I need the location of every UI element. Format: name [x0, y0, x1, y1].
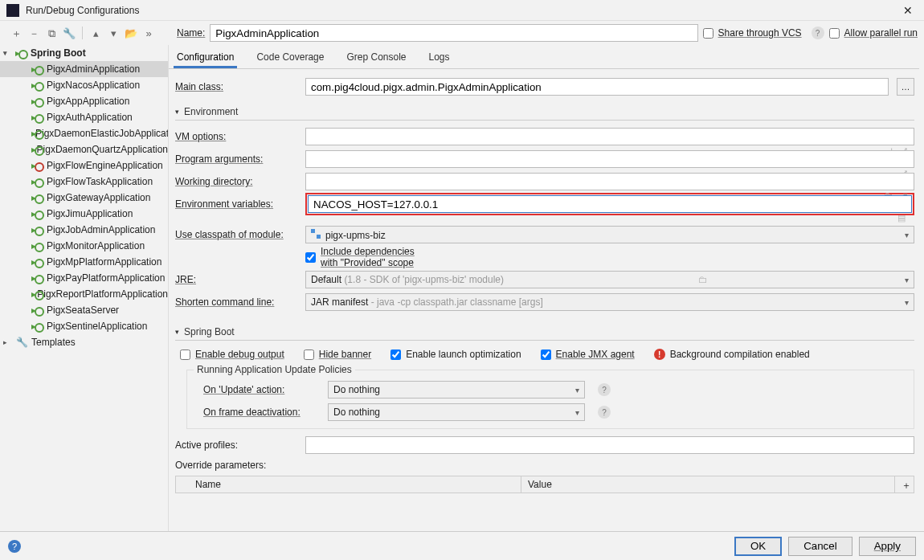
sidebar: ▾ Spring Boot PigxAdminApplicationPigxNa…: [0, 45, 169, 531]
tree-item[interactable]: PigxPayPlatformApplication: [0, 270, 168, 286]
tree-item[interactable]: PigxMonitorApplication: [0, 238, 168, 254]
up-button[interactable]: ▴: [89, 27, 102, 39]
shorten-dropdown[interactable]: JAR manifest - java -cp classpath.jar cl…: [305, 293, 914, 311]
left-toolbar: ＋ － ⧉ 🔧 ▴ ▾ 📂 »: [6, 27, 172, 39]
run-config-icon: [32, 160, 43, 171]
tree-item[interactable]: PigxAdminApplication: [0, 61, 168, 77]
allow-parallel-checkbox[interactable]: Allow parallel run: [829, 27, 918, 39]
tree-item[interactable]: PigxSeataServer: [0, 302, 168, 318]
on-frame-dropdown[interactable]: Do nothing: [328, 403, 585, 421]
tree-item[interactable]: PigxDaemonQuartzApplication: [0, 141, 168, 157]
ok-button[interactable]: OK: [734, 537, 782, 556]
run-config-icon: [32, 256, 43, 268]
tree-item[interactable]: PigxMpPlatformApplication: [0, 254, 168, 270]
copy-button[interactable]: ⧉: [45, 27, 58, 39]
active-profiles-input[interactable]: [305, 436, 914, 454]
tree-item[interactable]: PigxSentinelApplication: [0, 318, 168, 334]
remove-button[interactable]: －: [27, 27, 40, 39]
tree-item[interactable]: PigxAppApplication: [0, 93, 168, 109]
run-config-icon: [32, 272, 43, 284]
apply-button[interactable]: Apply: [859, 537, 916, 556]
run-config-icon: [32, 80, 43, 91]
env-section-header[interactable]: ▾Environment: [175, 103, 914, 121]
alert-icon: !: [654, 349, 665, 360]
tree-item[interactable]: PigxDaemonElasticJobApplication: [0, 125, 168, 141]
working-dir-input[interactable]: [305, 173, 914, 190]
add-param-button[interactable]: ＋: [894, 476, 914, 493]
program-args-input[interactable]: [305, 150, 914, 168]
tree-group-springboot[interactable]: ▾ Spring Boot: [0, 45, 168, 61]
wrench-button[interactable]: 🔧: [63, 27, 76, 39]
override-params-table-header: Name Value ＋: [175, 476, 914, 493]
tab-code-coverage[interactable]: Code Coverage: [253, 47, 327, 68]
tree-item[interactable]: PigxJobAdminApplication: [0, 222, 168, 238]
hide-banner-checkbox[interactable]: Hide banner: [304, 349, 371, 360]
tab-logs[interactable]: Logs: [426, 47, 453, 68]
enable-jmx-checkbox[interactable]: Enable JMX agent: [541, 349, 635, 360]
add-button[interactable]: ＋: [10, 27, 22, 39]
run-config-icon: [32, 63, 43, 75]
run-config-icon: [32, 112, 43, 123]
tab-configuration[interactable]: Configuration: [174, 47, 237, 68]
tree-item[interactable]: PigxNacosApplication: [0, 77, 168, 93]
run-config-icon: [32, 176, 43, 187]
env-vars-highlight: ▤: [305, 193, 914, 215]
include-provided-checkbox[interactable]: Include dependencies with "Provided" sco…: [305, 246, 427, 268]
enable-debug-checkbox[interactable]: Enable debug output: [180, 349, 284, 360]
content-panel: Configuration Code Coverage Grep Console…: [169, 45, 924, 531]
share-vcs-checkbox[interactable]: Share through VCS: [703, 27, 802, 39]
jre-dropdown[interactable]: Default (1.8 - SDK of 'pigx-upms-biz' mo…: [305, 271, 914, 288]
tree-item[interactable]: PigxFlowEngineApplication: [0, 157, 168, 174]
help-icon[interactable]: ?: [598, 383, 611, 396]
main-class-input[interactable]: [305, 78, 889, 96]
main-class-label: Main class:: [175, 81, 297, 92]
module-icon: [311, 229, 321, 239]
browse-main-class-button[interactable]: …: [897, 78, 914, 96]
help-icon[interactable]: ?: [598, 406, 611, 419]
program-args-label: Program arguments:: [175, 153, 297, 165]
footer: ? OK Cancel Apply: [0, 531, 924, 560]
springboot-icon: [16, 47, 27, 59]
tree-item[interactable]: PigxAuthApplication: [0, 109, 168, 125]
override-params-label: Override parameters:: [175, 456, 914, 472]
help-icon[interactable]: ?: [812, 27, 824, 39]
close-icon[interactable]: ✕: [898, 4, 918, 17]
run-config-icon: [32, 224, 43, 235]
on-update-label: On 'Update' action:: [195, 384, 320, 395]
window-title: Run/Debug Configurations: [26, 5, 898, 16]
titlebar: Run/Debug Configurations ✕: [0, 0, 924, 21]
run-config-icon: [32, 96, 43, 107]
run-config-icon: [32, 288, 34, 300]
run-config-icon: [32, 144, 34, 155]
cancel-button[interactable]: Cancel: [788, 537, 852, 556]
module-dropdown[interactable]: pigx-upms-biz: [305, 226, 914, 243]
down-button[interactable]: ▾: [107, 27, 120, 39]
tree-item[interactable]: PigxJimuApplication: [0, 206, 168, 222]
list-icon[interactable]: ▤: [897, 213, 906, 223]
env-vars-input[interactable]: [308, 195, 912, 213]
active-profiles-label: Active profiles:: [175, 439, 297, 451]
run-config-icon: [32, 305, 43, 316]
springboot-section-header[interactable]: ▾Spring Boot: [175, 323, 914, 341]
tree-templates[interactable]: ▸ 🔧 Templates: [0, 334, 168, 350]
working-dir-label: Working directory:: [175, 176, 297, 187]
name-input[interactable]: [210, 24, 697, 42]
run-config-icon: [32, 321, 43, 332]
col-value[interactable]: Value: [521, 476, 894, 493]
folder-button[interactable]: 📂: [125, 27, 137, 39]
tree-item[interactable]: PigxFlowTaskApplication: [0, 174, 168, 190]
name-label: Name:: [177, 27, 205, 39]
toolbar-row: ＋ － ⧉ 🔧 ▴ ▾ 📂 » Name: Share through VCS …: [0, 21, 924, 45]
on-update-dropdown[interactable]: Do nothing: [328, 381, 585, 399]
tab-grep-console[interactable]: Grep Console: [343, 47, 409, 68]
bg-compile-warning: !Background compilation enabled: [654, 349, 810, 360]
enable-launch-checkbox[interactable]: Enable launch optimization: [390, 349, 521, 360]
tree-item[interactable]: PigxGatewayApplication: [0, 190, 168, 206]
expand-button[interactable]: »: [142, 27, 155, 39]
run-config-icon: [32, 240, 43, 251]
env-vars-label: Environment variables:: [175, 198, 297, 210]
col-name[interactable]: Name: [176, 476, 521, 493]
help-button[interactable]: ?: [8, 540, 21, 553]
vm-options-input[interactable]: [305, 128, 914, 145]
tree-item[interactable]: PigxReportPlatformApplication: [0, 286, 168, 302]
